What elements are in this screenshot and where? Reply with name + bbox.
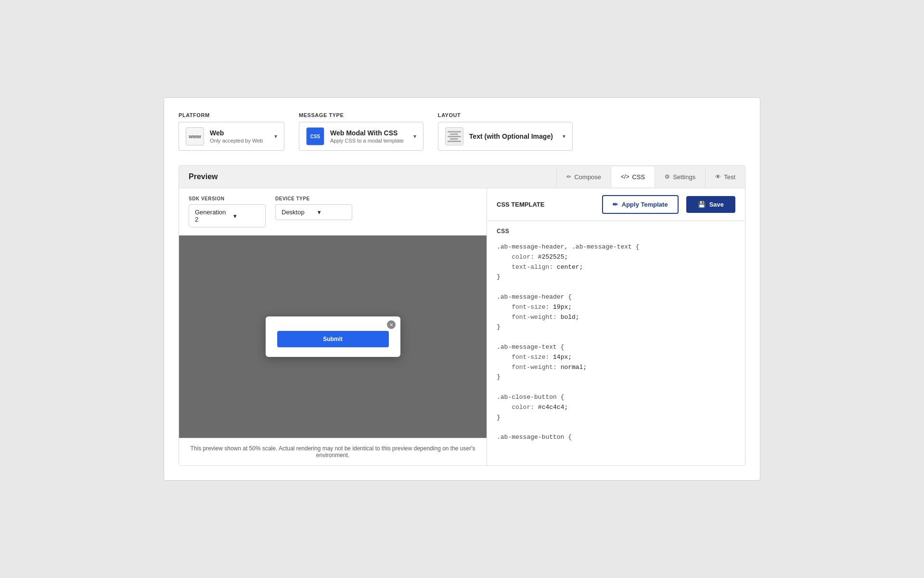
css-toolbar: CSS TEMPLATE ✏ Apply Template 💾 Save <box>487 188 745 221</box>
code-line-17: color: #c4c4c4; <box>497 403 735 413</box>
message-type-dropdown[interactable]: CSS Web Modal With CSS Apply CSS to a mo… <box>299 122 424 151</box>
css-code-editor[interactable]: .ab-message-header, .ab-message-text { c… <box>487 237 745 459</box>
code-line-15 <box>497 382 735 393</box>
preview-tabs: ✏ Compose </> CSS ⚙ Settings 👁 Test <box>556 167 745 187</box>
layout-text: Text (with Optional Image) <box>469 132 553 140</box>
modal-window: ✕ Submit <box>266 316 400 357</box>
preview-section: Preview ✏ Compose </> CSS ⚙ Settings 👁 T… <box>179 165 745 466</box>
code-line-19 <box>497 422 735 433</box>
message-type-label: MESSAGE TYPE <box>299 112 424 118</box>
code-line-14: } <box>497 372 735 382</box>
layout-line-2 <box>450 133 458 135</box>
platform-sub-text: Only accepted by Web <box>210 138 265 144</box>
message-type-main-text: Web Modal With CSS <box>330 129 404 137</box>
top-selectors: PLATFORM www Web Only accepted by Web ▾ … <box>179 112 745 151</box>
left-panel: SDK VERSION Generation 2 ▾ DEVICE TYPE D… <box>179 188 487 465</box>
tab-test-label: Test <box>724 173 735 181</box>
code-line-13: font-weight: normal; <box>497 363 735 373</box>
message-type-sub-text: Apply CSS to a modal template <box>330 138 404 144</box>
layout-line-5 <box>448 141 461 142</box>
platform-main-text: Web <box>210 129 265 137</box>
message-type-group: MESSAGE TYPE CSS Web Modal With CSS Appl… <box>299 112 424 151</box>
device-type-arrow-icon: ▾ <box>318 209 346 216</box>
test-icon: 👁 <box>715 173 721 180</box>
code-line-12: font-size: 14px; <box>497 353 735 363</box>
sdk-version-arrow-icon: ▾ <box>233 212 259 220</box>
layout-label: LAYOUT <box>438 112 573 118</box>
device-type-label: DEVICE TYPE <box>275 196 352 201</box>
device-type-group: DEVICE TYPE Desktop ▾ <box>275 196 352 227</box>
tab-settings[interactable]: ⚙ Settings <box>654 167 705 187</box>
code-line-3: text-align: center; <box>497 263 735 273</box>
layout-main-text: Text (with Optional Image) <box>469 132 553 140</box>
platform-arrow-icon: ▾ <box>274 133 277 140</box>
layout-dropdown[interactable]: Text (with Optional Image) ▾ <box>438 122 573 151</box>
preview-header: Preview ✏ Compose </> CSS ⚙ Settings 👁 T… <box>179 166 745 188</box>
code-line-1: .ab-message-header, .ab-message-text { <box>497 242 735 252</box>
layout-group: LAYOUT Text (with Optional Image) ▾ <box>438 112 573 151</box>
apply-template-icon: ✏ <box>613 201 618 208</box>
modal-submit-button[interactable]: Submit <box>277 331 389 347</box>
close-icon: ✕ <box>389 322 393 328</box>
save-button[interactable]: 💾 Save <box>686 196 735 213</box>
code-line-20: .ab-message-button { <box>497 433 735 443</box>
layout-line-3 <box>448 136 461 137</box>
message-type-icon: CSS <box>306 127 324 145</box>
code-line-5 <box>497 282 735 292</box>
code-line-7: font-size: 19px; <box>497 302 735 313</box>
css-icon: </> <box>621 173 629 180</box>
css-editor-area: CSS .ab-message-header, .ab-message-text… <box>487 221 745 465</box>
device-type-value: Desktop <box>282 209 310 216</box>
modal-preview-area: ✕ Submit <box>179 236 487 438</box>
save-label: Save <box>709 201 724 208</box>
message-type-arrow-icon: ▾ <box>413 133 416 140</box>
tab-css-label: CSS <box>632 173 645 181</box>
save-icon: 💾 <box>698 201 706 208</box>
sdk-version-label: SDK VERSION <box>189 196 266 201</box>
layout-line-1 <box>448 131 461 132</box>
platform-label: PLATFORM <box>179 112 284 118</box>
compose-icon: ✏ <box>566 173 571 180</box>
code-line-18: } <box>497 413 735 423</box>
controls-bar: SDK VERSION Generation 2 ▾ DEVICE TYPE D… <box>179 188 487 236</box>
code-line-4: } <box>497 272 735 282</box>
settings-icon: ⚙ <box>665 173 670 180</box>
layout-line-4 <box>450 138 458 140</box>
right-panel: CSS TEMPLATE ✏ Apply Template 💾 Save CSS… <box>487 188 745 465</box>
code-line-10 <box>497 332 735 342</box>
sdk-version-select[interactable]: Generation 2 ▾ <box>189 204 266 227</box>
apply-template-label: Apply Template <box>622 201 668 208</box>
tab-test[interactable]: 👁 Test <box>705 167 745 187</box>
tab-compose-label: Compose <box>574 173 601 181</box>
tab-compose[interactable]: ✏ Compose <box>556 167 611 187</box>
modal-close-button[interactable]: ✕ <box>387 320 396 329</box>
layout-arrow-icon: ▾ <box>563 133 565 140</box>
device-type-select[interactable]: Desktop ▾ <box>275 204 352 220</box>
main-container: PLATFORM www Web Only accepted by Web ▾ … <box>164 97 760 481</box>
layout-icon <box>445 127 463 145</box>
tab-settings-label: Settings <box>673 173 695 181</box>
code-line-2: color: #252525; <box>497 252 735 263</box>
platform-dropdown[interactable]: www Web Only accepted by Web ▾ <box>179 122 284 151</box>
code-line-11: .ab-message-text { <box>497 342 735 353</box>
code-line-9: } <box>497 322 735 332</box>
code-line-8: font-weight: bold; <box>497 313 735 323</box>
code-line-16: .ab-close-button { <box>497 393 735 403</box>
tab-css[interactable]: </> CSS <box>611 167 654 187</box>
platform-group: PLATFORM www Web Only accepted by Web ▾ <box>179 112 284 151</box>
platform-text: Web Only accepted by Web <box>210 129 265 144</box>
content-area: SDK VERSION Generation 2 ▾ DEVICE TYPE D… <box>179 188 745 465</box>
css-template-label: CSS TEMPLATE <box>497 201 544 208</box>
sdk-version-group: SDK VERSION Generation 2 ▾ <box>189 196 266 227</box>
sdk-version-value: Generation 2 <box>195 209 226 223</box>
css-section-label: CSS <box>487 221 745 237</box>
apply-template-button[interactable]: ✏ Apply Template <box>602 195 679 214</box>
message-type-text: Web Modal With CSS Apply CSS to a modal … <box>330 129 404 144</box>
preview-title: Preview <box>179 166 556 188</box>
code-line-6: .ab-message-header { <box>497 292 735 302</box>
preview-note: This preview shown at 50% scale. Actual … <box>179 438 487 465</box>
platform-icon: www <box>186 127 204 145</box>
